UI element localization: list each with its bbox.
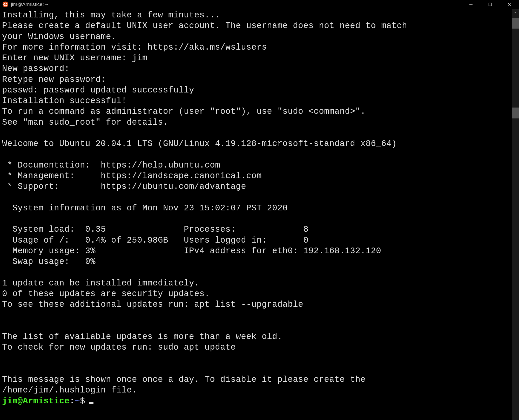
terminal-line: This message is shown once once a day. T… (2, 374, 517, 385)
scrollbar[interactable] (512, 9, 519, 420)
terminal-line (2, 267, 517, 278)
minimize-button[interactable] (461, 0, 481, 9)
terminal-line: /home/jim/.hushlogin file. (2, 385, 517, 396)
terminal-line (2, 214, 517, 224)
terminal-line (2, 310, 517, 321)
prompt-user-host: jim@Armistice (2, 396, 70, 406)
prompt-dollar: $ (80, 396, 85, 406)
terminal-line: New password: (2, 63, 517, 74)
terminal-line: See "man sudo_root" for details. (2, 117, 517, 128)
terminal-body[interactable]: Installing, this may take a few minutes.… (0, 9, 519, 420)
terminal-line: To run a command as administrator (user … (2, 106, 517, 117)
terminal-line: To check for new updates run: sudo apt u… (2, 342, 517, 353)
terminal-line: Memory usage: 3% IPv4 address for eth0: … (2, 246, 517, 256)
scrollbar-thumb-top[interactable] (512, 18, 519, 29)
window-title: jim@Armistice: ~ (11, 2, 48, 7)
terminal-line (2, 364, 517, 374)
terminal-line: * Management: https://landscape.canonica… (2, 171, 517, 181)
close-button[interactable] (500, 0, 519, 9)
terminal-line: Enter new UNIX username: jim (2, 53, 517, 63)
prompt-path: ~ (75, 396, 80, 406)
terminal-line: Swap usage: 0% (2, 256, 517, 267)
terminal-line: your Windows username. (2, 31, 517, 42)
cursor (89, 402, 93, 404)
scrollbar-thumb[interactable] (512, 108, 519, 118)
terminal-line (2, 128, 517, 138)
scrollbar-up-icon[interactable] (512, 9, 519, 16)
terminal-line: To see these additional updates run: apt… (2, 299, 517, 310)
terminal-line: * Documentation: https://help.ubuntu.com (2, 160, 517, 171)
terminal-line: System load: 0.35 Processes: 8 (2, 224, 517, 235)
terminal-line: The list of available updates is more th… (2, 331, 517, 342)
terminal-line: Welcome to Ubuntu 20.04.1 LTS (GNU/Linux… (2, 138, 517, 149)
terminal-line: System information as of Mon Nov 23 15:0… (2, 203, 517, 214)
svg-rect-5 (489, 3, 492, 6)
terminal-line: Please create a default UNIX user accoun… (2, 21, 517, 31)
prompt-colon: : (70, 396, 75, 406)
terminal-line (2, 353, 517, 364)
terminal-line: For more information visit: https://aka.… (2, 42, 517, 53)
window-controls (461, 0, 519, 9)
terminal-line (2, 149, 517, 160)
terminal-line: * Support: https://ubuntu.com/advantage (2, 181, 517, 192)
window-titlebar: jim@Armistice: ~ (0, 0, 519, 9)
ubuntu-icon (3, 2, 8, 7)
terminal-line: passwd: password updated successfully (2, 85, 517, 96)
terminal-line: Retype new password: (2, 74, 517, 85)
terminal-line: 0 of these updates are security updates. (2, 289, 517, 299)
terminal-line: 1 update can be installed immediately. (2, 278, 517, 289)
terminal-line: Installation successful! (2, 96, 517, 106)
maximize-button[interactable] (481, 0, 500, 9)
terminal-line: Usage of /: 0.4% of 250.98GB Users logge… (2, 235, 517, 246)
terminal-line (2, 192, 517, 203)
terminal-line: Installing, this may take a few minutes.… (2, 10, 517, 21)
terminal-content: Installing, this may take a few minutes.… (2, 10, 517, 396)
terminal-line (2, 321, 517, 331)
prompt-line[interactable]: jim@Armistice:~$ (2, 396, 517, 406)
